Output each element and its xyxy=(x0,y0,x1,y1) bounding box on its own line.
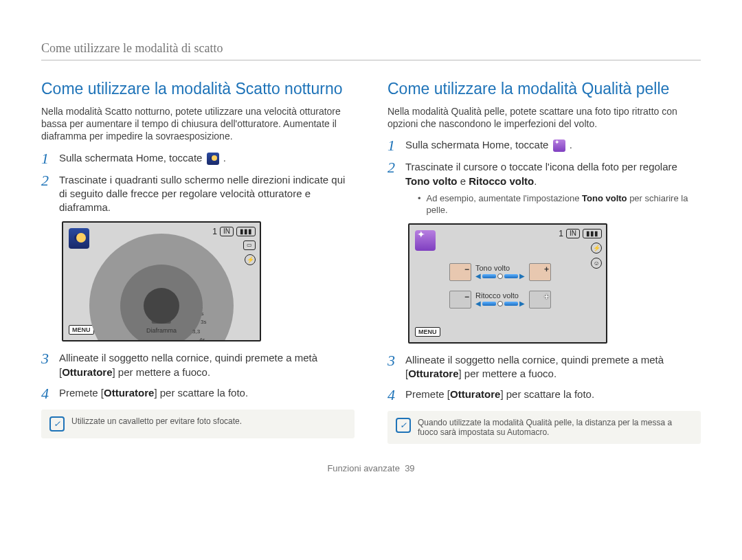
step-number: 1 xyxy=(41,151,52,166)
sub-text: Ad esempio, aumentate l'impostazione xyxy=(427,193,583,203)
step-text: . xyxy=(570,139,572,150)
shutter-word: Otturatore xyxy=(62,366,112,378)
page-footer: Funzioni avanzate 39 xyxy=(41,463,701,473)
step-number: 4 xyxy=(41,386,52,401)
left-step-4: 4 Premete [Otturatore] per scattare la f… xyxy=(41,386,355,401)
tick: 3s xyxy=(201,319,206,325)
step-text: ] per scattare la foto. xyxy=(154,387,248,399)
step-text: Trascinate il cursore o toccate l'icona … xyxy=(405,161,677,172)
retouch-row: − Ritocco volto ◀▶ + xyxy=(449,291,551,309)
breadcrumb-header: Come utilizzare le modalità di scatto xyxy=(41,41,701,60)
step-text: . xyxy=(223,152,226,164)
flash-icon: ⚡ xyxy=(245,254,256,265)
step-text: Sulla schermata Home, toccate xyxy=(405,139,552,150)
bold-text: Tono volto xyxy=(582,193,627,203)
counter: 1 xyxy=(212,227,217,236)
dial-core xyxy=(144,288,179,324)
tone-slider[interactable]: ◀▶ xyxy=(475,272,525,280)
menu-button[interactable]: MENU xyxy=(415,327,440,337)
right-intro: Nella modalità Qualità pelle, potete sca… xyxy=(387,105,701,130)
left-heading: Come utilizzare la modalità Scatto nottu… xyxy=(41,80,355,98)
in-badge: IN xyxy=(566,229,580,238)
sub-bullet: Ad esempio, aumentate l'impostazione Ton… xyxy=(418,192,701,216)
retouch-label: Ritocco volto xyxy=(475,291,519,300)
step-text: Sulla schermata Home, toccate xyxy=(59,152,205,164)
face-thumb-plus[interactable]: + xyxy=(529,291,551,309)
night-screen-illustration: 1 IN ▮▮▮ ▭ ⚡ MENU Velocità otturatore Au… xyxy=(62,221,261,341)
battery-icon: ▮▮▮ xyxy=(583,229,602,238)
night-mode-icon xyxy=(207,153,219,165)
step-text: ] per mettere a fuoco. xyxy=(113,366,211,378)
left-step-1: 1 Sulla schermata Home, toccate . xyxy=(41,151,355,166)
left-column: Come utilizzare la modalità Scatto nottu… xyxy=(41,80,355,444)
left-note: ✓ Utilizzate un cavalletto per evitare f… xyxy=(41,410,355,438)
step-text: Premete [ xyxy=(59,387,104,399)
step-number: 3 xyxy=(387,353,398,368)
tick: 3,3 xyxy=(192,328,200,335)
step-text: ] per scattare la foto. xyxy=(500,388,594,400)
bold-text: Ritocco volto xyxy=(469,175,534,187)
note-text: Quando utilizzate la modalità Qualità pe… xyxy=(418,418,693,437)
flash-icon: ⚡ xyxy=(591,243,602,254)
step-number: 4 xyxy=(387,388,398,403)
left-step-3: 3 Allineate il soggetto nella cornice, q… xyxy=(41,351,355,379)
step-number: 2 xyxy=(41,173,52,188)
step-text: e xyxy=(458,175,469,187)
left-step-2: 2 Trascinate i quadranti sullo schermo n… xyxy=(41,173,355,215)
counter: 1 xyxy=(559,229,563,238)
right-step-1: 1 Sulla schermata Home, toccate . xyxy=(387,138,701,153)
step-number: 1 xyxy=(387,138,398,153)
screen-status-icons: 1 IN ▮▮▮ ⚡ ☺ xyxy=(559,229,602,269)
tick: 4s xyxy=(199,337,205,341)
step-text: ] per mettere a fuoco. xyxy=(459,368,557,379)
tone-row: − Tono volto ◀▶ + xyxy=(449,263,551,281)
retouch-slider[interactable]: ◀▶ xyxy=(475,300,525,307)
right-heading: Come utilizzare la modalità Qualità pell… xyxy=(387,80,701,98)
right-step-3: 3 Allineate il soggetto nella cornice, q… xyxy=(387,353,701,381)
step-text: Trascinate i quadranti sullo schermo nel… xyxy=(59,173,355,215)
bold-text: Tono volto xyxy=(405,175,458,187)
face-thumb-plus[interactable]: + xyxy=(529,263,551,281)
step-text: Premete [ xyxy=(405,388,450,400)
battery-icon: ▮▮▮ xyxy=(236,227,256,236)
tone-label: Tono volto xyxy=(475,264,519,272)
info-icon: ✓ xyxy=(49,416,65,432)
shutter-word: Otturatore xyxy=(104,387,154,399)
size-icon: ▭ xyxy=(243,240,256,250)
shutter-word: Otturatore xyxy=(450,388,500,400)
beauty-screen-illustration: 1 IN ▮▮▮ ⚡ ☺ MENU − Tono volto ◀▶ xyxy=(408,223,607,344)
left-intro: Nella modalità Scatto notturno, potete u… xyxy=(41,105,355,143)
face-detect-icon: ☺ xyxy=(591,258,602,269)
right-step-2: 2 Trascinate il cursore o toccate l'icon… xyxy=(387,160,701,216)
screen-status-icons: 1 IN ▮▮▮ ▭ ⚡ xyxy=(212,227,256,265)
right-step-4: 4 Premete [Otturatore] per scattare la f… xyxy=(387,388,701,403)
right-note: ✓ Quando utilizzate la modalità Qualità … xyxy=(387,411,701,444)
info-icon: ✓ xyxy=(396,418,411,433)
menu-button[interactable]: MENU xyxy=(69,325,94,335)
footer-section: Funzioni avanzate xyxy=(327,463,400,473)
face-thumb-minus[interactable]: − xyxy=(449,291,471,309)
in-badge: IN xyxy=(220,227,234,236)
footer-page: 39 xyxy=(405,463,414,473)
step-number: 2 xyxy=(387,160,398,175)
shutter-word: Otturatore xyxy=(408,368,458,379)
beauty-mode-icon xyxy=(415,230,436,251)
step-text: . xyxy=(534,175,537,187)
beauty-mode-icon xyxy=(553,139,565,152)
note-text: Utilizzate un cavalletto per evitare fot… xyxy=(71,416,242,426)
step-number: 3 xyxy=(41,351,52,366)
right-column: Come utilizzare la modalità Qualità pell… xyxy=(387,80,701,444)
aperture-label: Diaframma xyxy=(146,327,177,334)
night-mode-icon xyxy=(69,228,89,249)
face-thumb-minus[interactable]: − xyxy=(449,263,471,281)
